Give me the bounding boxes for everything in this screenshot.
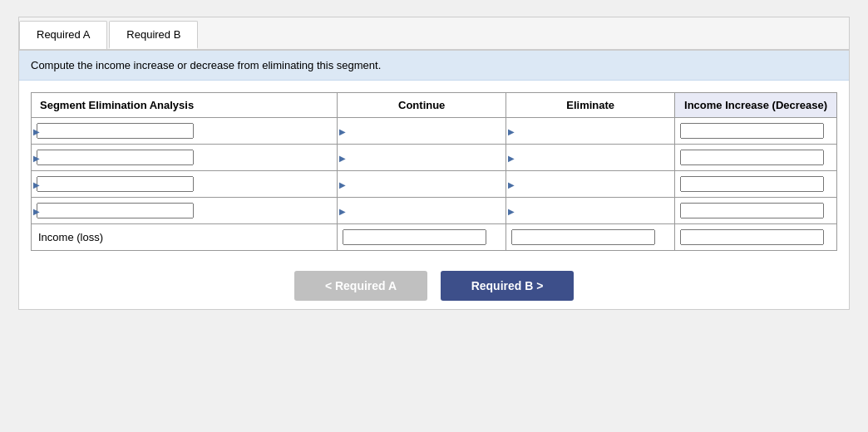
row1-continue-input[interactable] xyxy=(343,120,501,143)
row3-eliminate-input[interactable] xyxy=(511,173,669,196)
col-header-eliminate: Eliminate xyxy=(506,93,675,118)
row2-label-input[interactable] xyxy=(37,150,194,165)
instruction-bar: Compute the income increase or decrease … xyxy=(19,51,849,81)
row4-continue-cell xyxy=(338,198,506,224)
row1-income-cell xyxy=(675,118,837,145)
income-loss-eliminate-cell xyxy=(506,224,675,251)
row3-income-cell xyxy=(675,171,837,198)
row4-label-cell xyxy=(32,198,338,224)
table-row xyxy=(32,145,837,171)
row4-income-input[interactable] xyxy=(680,203,824,218)
row4-label-input[interactable] xyxy=(37,203,194,218)
col-header-income: Income Increase (Decrease) xyxy=(675,93,837,118)
row1-label-input[interactable] xyxy=(37,123,194,139)
row3-continue-input[interactable] xyxy=(343,173,501,196)
table-row xyxy=(32,171,837,198)
next-button[interactable]: Required B > xyxy=(441,271,574,301)
row3-income-input[interactable] xyxy=(680,176,824,192)
row1-income-input[interactable] xyxy=(680,123,824,139)
col-header-segment: Segment Elimination Analysis xyxy=(32,93,338,118)
income-loss-label: Income (loss) xyxy=(32,224,338,251)
row2-continue-input[interactable] xyxy=(343,146,501,169)
income-loss-income-input[interactable] xyxy=(680,229,824,245)
row1-label-cell xyxy=(32,118,338,145)
row2-eliminate-input[interactable] xyxy=(511,146,669,169)
row3-continue-cell xyxy=(338,171,506,198)
income-loss-row: Income (loss) xyxy=(32,224,837,251)
row4-continue-input[interactable] xyxy=(343,199,501,223)
table-row xyxy=(32,198,837,224)
segment-table: Segment Elimination Analysis Continue El… xyxy=(31,92,837,251)
row4-income-cell xyxy=(675,198,837,224)
table-row xyxy=(32,118,837,145)
income-loss-income-cell xyxy=(675,224,837,251)
row2-income-cell xyxy=(675,145,837,171)
row3-label-input[interactable] xyxy=(37,176,194,192)
tab-required-a[interactable]: Required A xyxy=(19,21,107,49)
row1-continue-cell xyxy=(338,118,506,145)
col-header-continue: Continue xyxy=(338,93,506,118)
row4-eliminate-input[interactable] xyxy=(511,199,669,223)
instruction-text: Compute the income increase or decrease … xyxy=(31,59,381,71)
tabs-bar: Required A Required B xyxy=(19,17,849,51)
row2-continue-cell xyxy=(338,145,506,171)
row2-eliminate-cell xyxy=(506,145,675,171)
income-loss-eliminate-input[interactable] xyxy=(511,229,655,245)
row2-income-input[interactable] xyxy=(680,150,824,165)
row4-eliminate-cell xyxy=(506,198,675,224)
prev-button[interactable]: < Required A xyxy=(294,271,427,301)
income-loss-continue-input[interactable] xyxy=(343,229,486,245)
row3-eliminate-cell xyxy=(506,171,675,198)
tab-required-b[interactable]: Required B xyxy=(109,21,198,49)
nav-buttons: < Required A Required B > xyxy=(19,259,849,309)
table-container: Segment Elimination Analysis Continue El… xyxy=(19,81,849,259)
income-loss-continue-cell xyxy=(338,224,506,251)
main-container: Required A Required B Compute the income… xyxy=(18,17,850,310)
row1-eliminate-cell xyxy=(506,118,675,145)
row2-label-cell xyxy=(32,145,338,171)
row3-label-cell xyxy=(32,171,338,198)
row1-eliminate-input[interactable] xyxy=(511,120,669,143)
